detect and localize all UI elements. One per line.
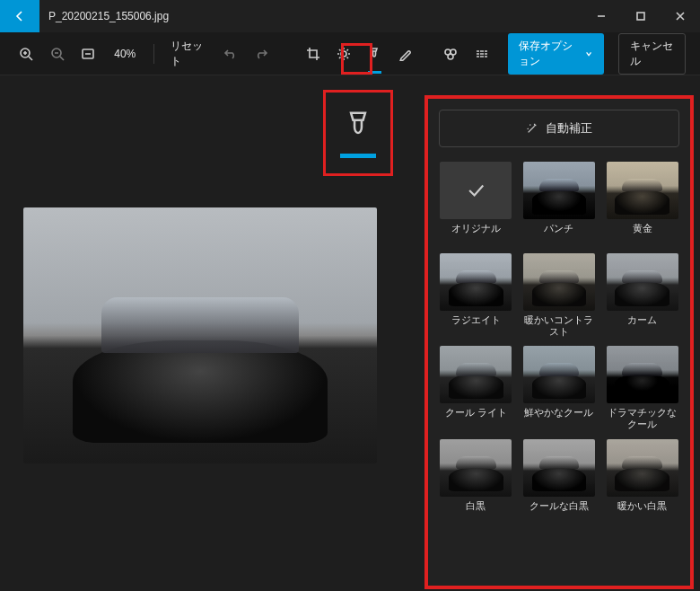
- back-button[interactable]: [0, 0, 39, 32]
- zoom-out-button[interactable]: [45, 40, 68, 68]
- filter-thumb: [523, 162, 595, 219]
- filter-thumb: [523, 346, 595, 403]
- filter-label: ラジエイト: [451, 314, 501, 336]
- filter-label: クールな白黒: [529, 500, 589, 522]
- filter-label: 黄金: [633, 223, 652, 244]
- filter-thumb: [440, 162, 512, 219]
- save-options-button[interactable]: 保存オプション: [508, 33, 604, 75]
- pen-icon: [398, 47, 413, 61]
- title-bar: P_20200215_155006.jpg: [0, 0, 700, 32]
- redo-button[interactable]: [249, 40, 273, 68]
- adjust-button[interactable]: [332, 40, 355, 68]
- filter-thumb: [440, 439, 512, 497]
- filter-label: 暖かいコントラスト: [522, 314, 597, 337]
- redo-icon: [254, 47, 268, 61]
- blur-button[interactable]: [470, 40, 494, 68]
- save-label: 保存オプション: [519, 39, 580, 69]
- filter-thumb: [607, 439, 678, 497]
- filter-thumb: [523, 253, 595, 311]
- reset-button[interactable]: リセット: [165, 39, 212, 69]
- filter-label: 鮮やかなクール: [524, 407, 593, 428]
- filter-vivid-cool[interactable]: 鮮やかなクール: [522, 346, 597, 429]
- filter-dramatic-cool[interactable]: ドラマチックなクール: [605, 346, 679, 429]
- check-icon: [466, 181, 486, 200]
- filter-thumb: [523, 439, 595, 497]
- window-controls: [582, 0, 700, 32]
- filter-golden[interactable]: 黄金: [605, 162, 679, 244]
- minimize-icon: [596, 11, 607, 22]
- filters-panel: 自動補正 オリジナル パンチ 黄金 ラジエイト 暖かいコントラスト: [424, 95, 694, 589]
- auto-correct-button[interactable]: 自動補正: [439, 110, 679, 147]
- filter-thumb: [607, 253, 678, 311]
- filter-label: 白黒: [466, 500, 486, 522]
- auto-correct-label: 自動補正: [546, 120, 592, 137]
- filter-original[interactable]: オリジナル: [439, 162, 513, 244]
- maximize-button[interactable]: [621, 0, 661, 32]
- erase-icon: [443, 47, 458, 61]
- crop-icon: [306, 47, 320, 61]
- maximize-icon: [635, 11, 646, 22]
- filter-label: 暖かい白黒: [617, 500, 667, 522]
- filters-grid: オリジナル パンチ 黄金 ラジエイト 暖かいコントラスト カーム: [439, 162, 679, 522]
- markup-button[interactable]: [394, 40, 417, 68]
- filter-label: クール ライト: [445, 407, 507, 428]
- filter-punch[interactable]: パンチ: [522, 162, 597, 244]
- undo-button[interactable]: [219, 40, 242, 68]
- brush-large-icon: [341, 109, 375, 143]
- svg-point-4: [341, 51, 346, 57]
- window-title: P_20200215_155006.jpg: [39, 10, 582, 22]
- zoom-out-icon: [50, 47, 65, 61]
- wand-icon: [526, 122, 538, 135]
- zoom-percent[interactable]: 40%: [107, 48, 143, 60]
- svg-point-7: [448, 54, 453, 59]
- filter-thumb: [440, 253, 512, 311]
- filter-warm-contrast[interactable]: 暖かいコントラスト: [522, 253, 597, 337]
- filter-bw[interactable]: 白黒: [439, 439, 513, 522]
- cancel-button[interactable]: キャンセル: [618, 33, 687, 75]
- blur-icon: [475, 47, 489, 61]
- filter-brush-icon: [367, 47, 381, 61]
- annotation-highlight-brush: [323, 90, 393, 176]
- filter-warm-bw[interactable]: 暖かい白黒: [605, 439, 679, 522]
- fit-icon: [81, 47, 95, 61]
- separator: [153, 44, 154, 64]
- filter-calm[interactable]: カーム: [605, 253, 679, 337]
- filter-button[interactable]: [363, 40, 386, 68]
- close-button[interactable]: [661, 0, 700, 32]
- filter-thumb: [607, 162, 678, 219]
- chevron-down-icon: [585, 49, 592, 58]
- main-area: 自動補正 オリジナル パンチ 黄金 ラジエイト 暖かいコントラスト: [0, 75, 700, 591]
- filter-label: オリジナル: [451, 223, 501, 244]
- zoom-in-icon: [19, 47, 33, 61]
- filter-thumb: [607, 346, 678, 403]
- filter-cool-light[interactable]: クール ライト: [439, 346, 513, 429]
- zoom-in-button[interactable]: [14, 40, 38, 68]
- filter-label: ドラマチックなクール: [605, 407, 679, 429]
- image-preview[interactable]: [23, 207, 377, 463]
- filter-thumb: [440, 346, 512, 403]
- svg-rect-0: [637, 13, 644, 20]
- filter-radiate[interactable]: ラジエイト: [439, 253, 513, 337]
- arrow-left-icon: [13, 9, 27, 23]
- minimize-button[interactable]: [582, 0, 621, 32]
- toolbar: 40% リセット 保存オプション キャンセル: [0, 32, 700, 75]
- adjust-icon: [337, 47, 351, 61]
- filter-label: カーム: [627, 314, 657, 336]
- erase-button[interactable]: [439, 40, 462, 68]
- brush-underline: [340, 154, 376, 158]
- fit-button[interactable]: [76, 40, 100, 68]
- filter-cool-bw[interactable]: クールな白黒: [522, 439, 597, 522]
- close-icon: [675, 11, 686, 22]
- filter-label: パンチ: [544, 223, 573, 244]
- undo-icon: [223, 47, 238, 61]
- crop-button[interactable]: [301, 40, 324, 68]
